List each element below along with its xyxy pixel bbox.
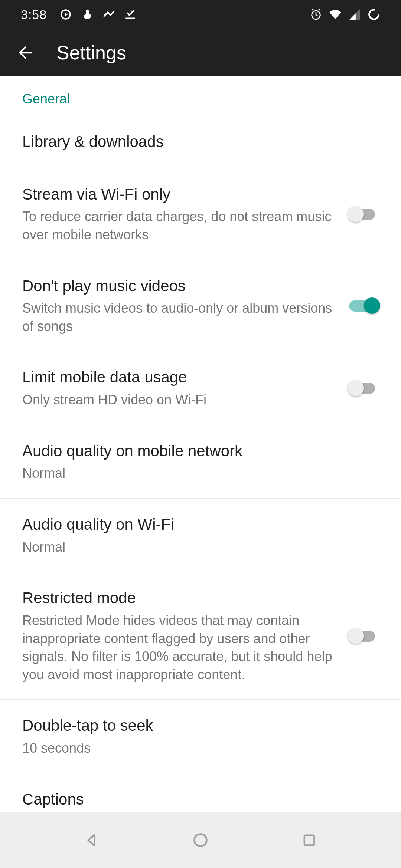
item-dont-play-music-videos[interactable]: Don't play music videos Switch music vid…: [0, 260, 401, 352]
item-audio-quality-wifi[interactable]: Audio quality on Wi-Fi Normal: [0, 499, 401, 572]
item-captions[interactable]: Captions: [0, 773, 401, 812]
missed-call-icon: [102, 8, 115, 21]
clock: 3:58: [21, 7, 47, 22]
item-subtitle: Switch music videos to audio-only or alb…: [22, 299, 334, 335]
item-title: Limit mobile data usage: [22, 367, 334, 388]
switch-restricted-mode[interactable]: [349, 628, 379, 644]
back-button[interactable]: [15, 42, 36, 63]
status-left: 3:58: [21, 7, 137, 22]
wifi-icon: [329, 8, 342, 21]
item-title: Restricted mode: [22, 588, 334, 609]
switch-stream-wifi-only[interactable]: [349, 206, 379, 222]
loading-circle-icon: [368, 8, 380, 21]
check-icon: [124, 8, 137, 21]
nav-home-button[interactable]: [190, 830, 211, 851]
svg-marker-1: [65, 13, 68, 17]
settings-list[interactable]: General Library & downloads Stream via W…: [0, 76, 401, 812]
arrow-back-icon: [16, 43, 35, 62]
nav-back-button[interactable]: [81, 830, 102, 851]
page-title: Settings: [56, 42, 126, 64]
item-title: Stream via Wi-Fi only: [22, 184, 334, 205]
navigation-bar: [0, 812, 401, 868]
square-recent-icon: [302, 833, 317, 848]
item-limit-mobile-data[interactable]: Limit mobile data usage Only stream HD v…: [0, 351, 401, 425]
circle-home-icon: [192, 832, 209, 848]
item-subtitle: Restricted Mode hides videos that may co…: [22, 612, 334, 684]
item-stream-wifi-only[interactable]: Stream via Wi-Fi only To reduce carrier …: [0, 168, 401, 260]
item-title: Don't play music videos: [22, 276, 334, 297]
status-right: [310, 8, 380, 21]
item-subtitle: Only stream HD video on Wi-Fi: [22, 391, 334, 409]
item-subtitle: Normal: [22, 464, 379, 483]
play-circle-icon: [59, 8, 72, 21]
touch-icon: [81, 8, 94, 21]
section-header-general: General: [0, 76, 401, 116]
svg-point-3: [369, 10, 379, 19]
svg-rect-5: [304, 835, 314, 845]
item-subtitle: Normal: [22, 538, 379, 556]
item-title: Captions: [22, 789, 379, 810]
item-audio-quality-mobile[interactable]: Audio quality on mobile network Normal: [0, 425, 401, 499]
status-bar: 3:58: [0, 0, 401, 29]
item-restricted-mode[interactable]: Restricted mode Restricted Mode hides vi…: [0, 572, 401, 700]
item-library-downloads[interactable]: Library & downloads: [0, 116, 401, 168]
alarm-icon: [310, 8, 322, 21]
item-title: Audio quality on Wi-Fi: [22, 514, 379, 535]
svg-point-4: [194, 834, 206, 846]
item-subtitle: To reduce carrier data charges, do not s…: [22, 208, 334, 244]
switch-limit-mobile-data[interactable]: [349, 380, 379, 396]
switch-dont-play-music-videos[interactable]: [349, 297, 379, 314]
nav-recent-button[interactable]: [299, 830, 320, 851]
item-title: Double-tap to seek: [22, 715, 379, 736]
item-title: Library & downloads: [22, 131, 379, 152]
triangle-back-icon: [84, 832, 100, 848]
item-title: Audio quality on mobile network: [22, 441, 379, 462]
item-subtitle: 10 seconds: [22, 739, 379, 757]
item-double-tap-seek[interactable]: Double-tap to seek 10 seconds: [0, 700, 401, 773]
cell-signal-icon: [348, 8, 361, 21]
app-bar: Settings: [0, 29, 401, 76]
